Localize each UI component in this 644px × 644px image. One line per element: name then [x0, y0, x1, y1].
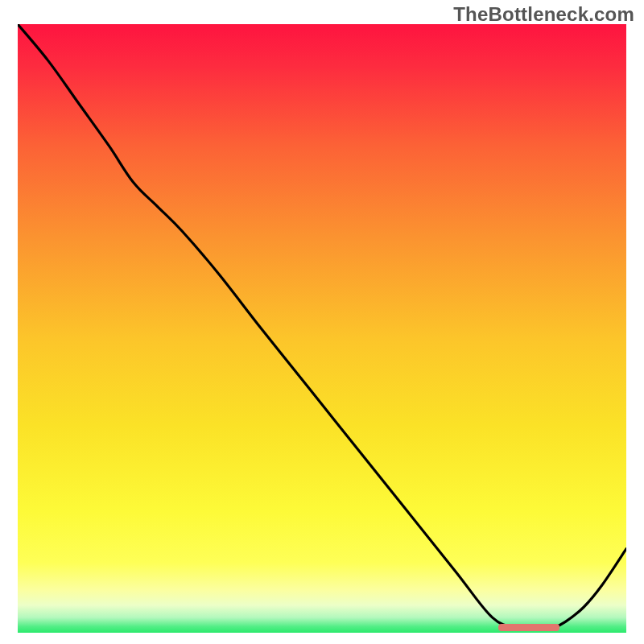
chart-svg: [18, 24, 626, 633]
optimal-range-marker: [498, 624, 559, 631]
chart-plot-area: [18, 24, 626, 633]
gradient-background: [18, 24, 626, 633]
watermark-text: TheBottleneck.com: [453, 3, 634, 26]
